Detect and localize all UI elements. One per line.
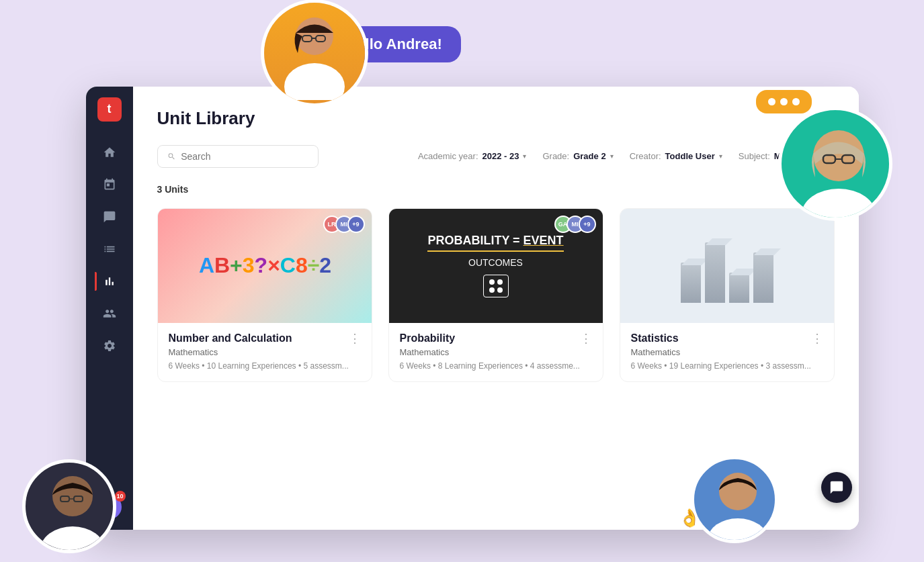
- bar-4: [753, 252, 773, 303]
- card-title-row-2: Statistics ⋮: [631, 332, 823, 344]
- grade-filter[interactable]: Grade: Grade 2 ▾: [542, 151, 613, 161]
- card-body-2: Statistics ⋮ Mathematics 6 Weeks • 19 Le…: [620, 323, 834, 381]
- grade-label: Grade:: [542, 151, 569, 161]
- card-avatars-0: LR MI +9: [323, 216, 365, 233]
- teacher-right-silhouette: [782, 110, 892, 221]
- card-meta-1: 6 Weeks • 8 Learning Experiences • 4 ass…: [400, 361, 592, 371]
- chat-support-button[interactable]: [821, 472, 852, 503]
- unit-card-0[interactable]: AB+3? ×C8÷2 LR MI +9 Number and Calculat…: [157, 208, 372, 382]
- card-image-2: [620, 209, 834, 323]
- card-subject-0: Mathematics: [169, 347, 361, 357]
- card-visual-2: [681, 229, 773, 303]
- avatar-extra-1: +9: [579, 216, 596, 233]
- creator-chevron-icon: ▾: [719, 152, 722, 160]
- teacher-avatar-top: [261, 0, 368, 107]
- chat-decoration: [756, 90, 812, 113]
- teacher-silhouette: [274, 6, 355, 100]
- card-body-0: Number and Calculation ⋮ Mathematics 6 W…: [158, 323, 372, 381]
- svg-point-1: [284, 63, 345, 100]
- app-wrapper: Hello Andrea! t: [59, 46, 866, 516]
- dot-3: [792, 98, 800, 105]
- sidebar-item-settings[interactable]: [95, 331, 124, 361]
- person-left-silhouette: [26, 463, 116, 553]
- chat-support-icon: [829, 480, 844, 495]
- card-more-2[interactable]: ⋮: [811, 332, 823, 344]
- sidebar-item-list[interactable]: [95, 234, 124, 264]
- person-avatar-bottom-right: [691, 456, 778, 543]
- card-more-0[interactable]: ⋮: [349, 332, 361, 344]
- sidebar-item-home[interactable]: [95, 138, 124, 167]
- card-title-1: Probability: [400, 332, 456, 344]
- academic-year-chevron-icon: ▾: [523, 152, 526, 160]
- search-icon: [167, 152, 176, 161]
- search-input[interactable]: [181, 151, 308, 162]
- emoji-badge: 👌: [679, 508, 700, 528]
- card-subject-2: Mathematics: [631, 347, 823, 357]
- grade-value: Grade 2: [573, 151, 605, 161]
- svg-point-11: [40, 526, 105, 553]
- academic-year-label: Academic year:: [418, 151, 478, 161]
- creator-filter[interactable]: Creator: Toddle User ▾: [630, 151, 722, 161]
- card-body-1: Probability ⋮ Mathematics 6 Weeks • 8 Le…: [389, 323, 603, 381]
- cards-grid: AB+3? ×C8÷2 LR MI +9 Number and Calculat…: [157, 208, 835, 382]
- page-title: Unit Library: [157, 108, 835, 129]
- sidebar-nav: [86, 138, 133, 489]
- card-subject-1: Mathematics: [400, 347, 592, 357]
- bar-3: [729, 273, 749, 303]
- search-box[interactable]: [157, 145, 319, 168]
- card-meta-2: 6 Weeks • 19 Learning Experiences • 3 as…: [631, 361, 823, 371]
- card-image-0: AB+3? ×C8÷2 LR MI +9: [158, 209, 372, 323]
- teacher-avatar-right: [778, 107, 892, 221]
- creator-label: Creator:: [630, 151, 661, 161]
- card-title-row-1: Probability ⋮: [400, 332, 592, 344]
- svg-point-16: [708, 518, 768, 543]
- person-avatar-bottom-left: [22, 459, 116, 553]
- svg-point-6: [802, 189, 876, 221]
- card-meta-0: 6 Weeks • 10 Learning Experiences • 5 as…: [169, 361, 361, 371]
- bar-2: [705, 242, 725, 303]
- academic-year-filter[interactable]: Academic year: 2022 - 23 ▾: [418, 151, 527, 161]
- chat-bubble-decoration: [756, 90, 812, 113]
- academic-year-value: 2022 - 23: [482, 151, 519, 161]
- person-right-silhouette: [694, 459, 778, 543]
- unit-card-2[interactable]: Statistics ⋮ Mathematics 6 Weeks • 19 Le…: [620, 208, 835, 382]
- notification-badge: 10: [115, 491, 126, 502]
- avatar-extra-0: +9: [347, 216, 365, 233]
- creator-value: Toddle User: [665, 151, 715, 161]
- card-title-2: Statistics: [631, 332, 679, 344]
- dot-1: [768, 98, 775, 105]
- card-title-0: Number and Calculation: [169, 332, 292, 344]
- filter-group: Academic year: 2022 - 23 ▾ Grade: Grade …: [418, 151, 835, 161]
- units-count: 3 Units: [157, 184, 835, 195]
- dot-2: [780, 98, 788, 105]
- card-visual-1: PROBABILITY = EVENT OUTCOMES: [427, 234, 563, 297]
- grade-chevron-icon: ▾: [610, 152, 614, 160]
- card-visual-0: AB+3? ×C8÷2: [194, 248, 335, 283]
- app-logo[interactable]: t: [97, 97, 122, 122]
- sidebar-item-chat[interactable]: [95, 202, 124, 232]
- bar-1: [681, 263, 701, 303]
- card-more-1[interactable]: ⋮: [580, 332, 592, 344]
- card-avatars-1: GA MI +9: [554, 216, 596, 233]
- filters-row: Academic year: 2022 - 23 ▾ Grade: Grade …: [157, 145, 835, 168]
- card-image-1: PROBABILITY = EVENT OUTCOMES: [389, 209, 603, 323]
- svg-point-10: [52, 476, 93, 516]
- sidebar-item-calendar[interactable]: [95, 170, 124, 199]
- sidebar-item-people[interactable]: [95, 299, 124, 328]
- subject-label: Subject:: [739, 151, 770, 161]
- unit-card-1[interactable]: PROBABILITY = EVENT OUTCOMES: [388, 208, 603, 382]
- sidebar: t: [86, 87, 133, 530]
- sidebar-item-bar-chart[interactable]: [95, 267, 124, 296]
- card-title-row-0: Number and Calculation ⋮: [169, 332, 361, 344]
